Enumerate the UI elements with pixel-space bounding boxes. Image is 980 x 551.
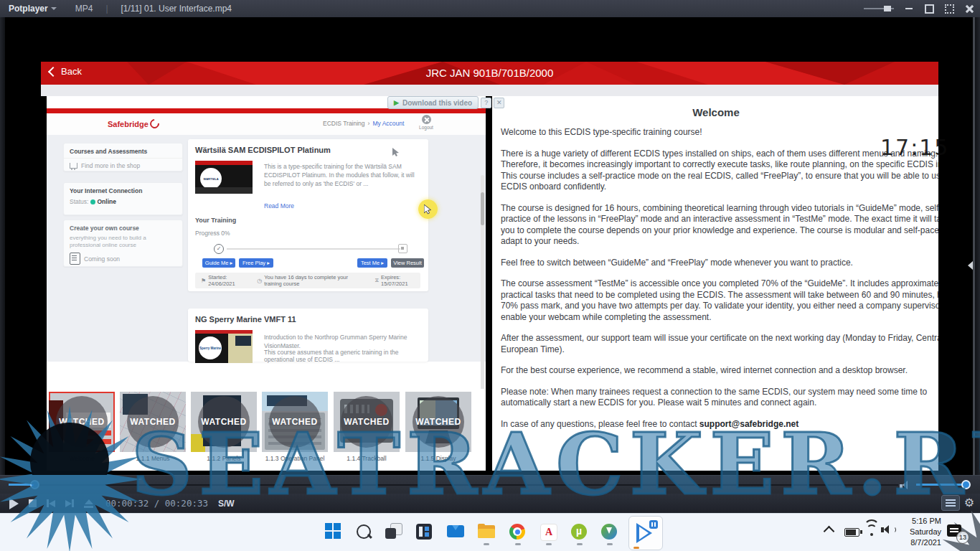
close-window-button[interactable] bbox=[964, 4, 974, 14]
course-thumbnail[interactable]: WÄRTSILÄ bbox=[195, 161, 253, 194]
seek-handle[interactable] bbox=[30, 480, 39, 489]
chrome-icon bbox=[509, 524, 525, 540]
network-tray-button[interactable] bbox=[865, 526, 882, 543]
play-button[interactable] bbox=[4, 494, 24, 513]
chevron-down-icon bbox=[51, 7, 57, 10]
shop-link-label: Find more in the shop bbox=[81, 162, 140, 169]
utorrent-button[interactable]: µ bbox=[571, 523, 588, 540]
mail-app-button[interactable] bbox=[447, 523, 464, 540]
lesson-thumb-menus[interactable]: WATCHED 1.1.1 Menus bbox=[120, 392, 186, 462]
close-icon bbox=[965, 4, 974, 13]
test-me-button[interactable]: Test Me ▸ bbox=[357, 258, 387, 268]
open-file-button[interactable] bbox=[79, 494, 98, 513]
taskbar-search-button[interactable] bbox=[355, 523, 372, 540]
your-training-label: Your Training bbox=[195, 217, 236, 224]
file-explorer-button[interactable] bbox=[478, 523, 495, 540]
volume-handle[interactable] bbox=[961, 480, 971, 489]
codec-label: MP4 bbox=[75, 4, 93, 14]
logout-icon bbox=[422, 115, 431, 124]
wifi-icon bbox=[865, 526, 878, 535]
site-top-redbar bbox=[47, 108, 486, 113]
prev-icon bbox=[49, 500, 55, 507]
playlist-button[interactable] bbox=[941, 495, 960, 511]
next-button[interactable] bbox=[60, 494, 79, 513]
titlebar-volume-slider[interactable] bbox=[864, 8, 894, 9]
free-play-button[interactable]: Free Play ▸ bbox=[239, 258, 273, 268]
video-clock-overlay: 17:15 bbox=[880, 135, 949, 160]
render-mode-label: S/W bbox=[218, 499, 235, 509]
watched-badge: WATCHED bbox=[413, 396, 464, 448]
minimize-button[interactable] bbox=[904, 4, 914, 14]
stop-button[interactable] bbox=[24, 494, 42, 513]
course-info-bar: ⚑Started: 24/06/2021 ◷You have 16 days t… bbox=[195, 273, 420, 288]
guide-me-button[interactable]: Guide Me ▸ bbox=[202, 258, 235, 268]
seek-row bbox=[0, 475, 980, 494]
course-line1: Introduction to the Northrop Grumman Spe… bbox=[264, 333, 416, 350]
running-indicator bbox=[546, 543, 552, 545]
settings-gear-button[interactable]: ⚙ bbox=[964, 496, 974, 510]
lesson-thumb-welcome[interactable]: WATCHED Welcome bbox=[49, 392, 115, 462]
video-area[interactable]: Back JRC JAN 901B/701B/2000 Safebridge E… bbox=[0, 17, 980, 475]
check-circle-icon: ✓ bbox=[214, 244, 224, 254]
screen: Potplayer MP4 | [1/11] 01. User Interfac… bbox=[0, 0, 980, 551]
card-create-course: Create your own course everything you ne… bbox=[63, 220, 183, 267]
lesson-thumb-panels[interactable]: WATCHED 1.1.2 Panels bbox=[191, 392, 257, 462]
folder-icon bbox=[478, 525, 495, 538]
windows-start-icon bbox=[325, 523, 342, 539]
eject-icon bbox=[84, 499, 93, 508]
started-label: Started: 24/06/2021 bbox=[208, 274, 247, 287]
potplayer-taskbar-button[interactable] bbox=[628, 516, 663, 550]
battery-tray-button[interactable] bbox=[844, 528, 862, 545]
download-label: Download this video bbox=[402, 99, 472, 107]
mail-icon bbox=[447, 525, 464, 537]
notification-center-button[interactable]: 13 bbox=[947, 524, 961, 537]
shop-link[interactable]: Find more in the shop bbox=[64, 159, 182, 173]
scroll-arrow-icon bbox=[968, 261, 973, 270]
nav-my-account[interactable]: My Account bbox=[372, 120, 404, 127]
progress-bar: ✓ bbox=[214, 244, 407, 254]
overlay-help-button[interactable]: ? bbox=[481, 98, 491, 108]
coming-soon-row: Coming soon bbox=[64, 249, 182, 268]
maximize-button[interactable] bbox=[924, 4, 934, 14]
lesson-thumb-display[interactable]: WATCHED 1.1.5 Display bbox=[405, 392, 471, 462]
welcome-paragraph: Welcome to this ECDIS type-specific trai… bbox=[501, 127, 938, 138]
player-left-edge bbox=[0, 17, 5, 475]
welcome-paragraph: After the assessment, our support team w… bbox=[501, 333, 938, 355]
task-view-button[interactable] bbox=[385, 523, 402, 540]
seek-track[interactable] bbox=[9, 484, 898, 486]
tray-overflow-button[interactable] bbox=[825, 527, 842, 545]
lesson-label: 1.1.3 Operation Panel bbox=[262, 455, 328, 462]
video-right-scrollbar[interactable] bbox=[973, 17, 975, 475]
app-menu-button[interactable]: Potplayer bbox=[9, 4, 57, 14]
course-line2: This course assumes that a generic train… bbox=[264, 349, 416, 363]
course-thumbnail[interactable]: Sperry Marine bbox=[195, 330, 253, 363]
safebridge-logo[interactable]: Safebridge bbox=[108, 119, 159, 128]
fullscreen-button[interactable] bbox=[944, 4, 954, 14]
chrome-button[interactable] bbox=[509, 523, 527, 540]
download-video-button[interactable]: ▶ Download this video bbox=[387, 96, 479, 109]
video-frame: Back JRC JAN 901B/701B/2000 Safebridge E… bbox=[41, 44, 938, 453]
cart-icon bbox=[70, 163, 77, 169]
lesson-thumb-operation-panel[interactable]: WATCHED 1.1.3 Operation Panel bbox=[262, 392, 328, 462]
volume-slider[interactable] bbox=[916, 484, 968, 486]
logout-button[interactable]: Logout bbox=[414, 115, 438, 130]
previous-button[interactable] bbox=[42, 494, 60, 513]
taskbar-clock[interactable]: 5:16 PM Saturday 8/7/2021 bbox=[891, 516, 941, 548]
nav-ecdis-training[interactable]: ECDIS Training bbox=[323, 120, 365, 127]
clock-day: Saturday bbox=[891, 527, 941, 537]
start-button[interactable] bbox=[325, 523, 342, 540]
site-scrollbar[interactable] bbox=[481, 175, 484, 390]
read-more-link[interactable]: Read More bbox=[264, 202, 294, 209]
widgets-app-button[interactable] bbox=[416, 523, 433, 540]
course-card-wartsila: Wärtsilä SAM ECDISPILOT Platinum WÄRTSIL… bbox=[188, 139, 428, 291]
welcome-paragraph: The course is designed for 16 hours, com… bbox=[501, 203, 938, 248]
thumb-menu bbox=[235, 336, 251, 346]
view-result-button[interactable]: View Result bbox=[391, 258, 424, 268]
welcome-paragraph: The course assessment “TestMe” is access… bbox=[501, 278, 938, 323]
fullscreen-icon bbox=[945, 4, 954, 14]
welcome-title: Welcome bbox=[501, 106, 931, 118]
acrobat-button[interactable]: A bbox=[540, 523, 557, 540]
lesson-thumb-trackball[interactable]: WATCHED 1.1.4 Trackball bbox=[334, 392, 400, 462]
overlay-close-button[interactable]: ✕ bbox=[494, 98, 504, 108]
idm-button[interactable] bbox=[601, 523, 618, 540]
